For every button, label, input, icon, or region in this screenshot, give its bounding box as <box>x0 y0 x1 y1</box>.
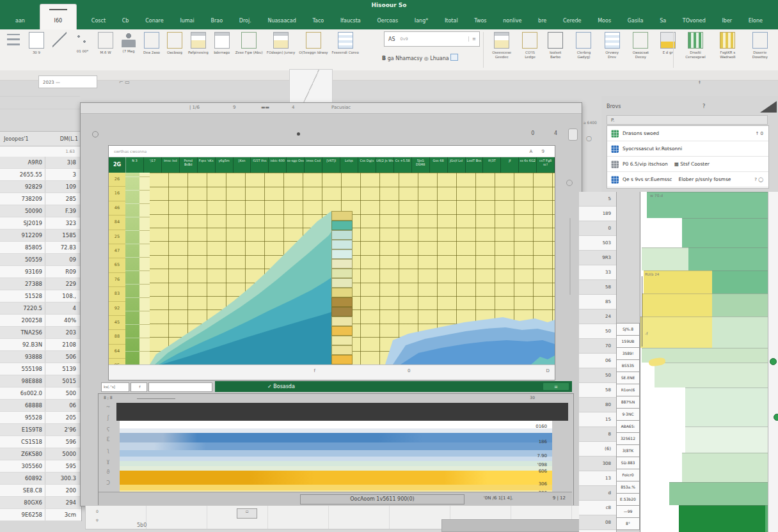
item-badges[interactable]: ? ◯ <box>754 177 768 182</box>
label-box[interactable]: E.53b20 <box>616 493 640 506</box>
row-header-cell[interactable]: 46 <box>109 201 125 215</box>
number-cell[interactable]: 503 <box>579 236 616 251</box>
toolbar-icon[interactable] <box>273 32 289 49</box>
row-header-cell[interactable]: 76 <box>109 273 125 287</box>
toolbar-icon[interactable] <box>167 32 182 49</box>
toolbar-icon[interactable] <box>720 32 735 49</box>
table-row[interactable]: 2655.55 3 <box>0 169 81 181</box>
formula-input-row[interactable]: B ga Nhamacsy ◎ Lhuana <box>382 54 458 61</box>
label-box[interactable]: 9·3NC <box>616 408 640 421</box>
table-row[interactable]: 60892 300.3 <box>0 473 81 485</box>
toolbar-icon[interactable] <box>494 32 509 49</box>
column-header-cell[interactable]: [Ksn <box>234 157 251 173</box>
sheet-title-controls[interactable]: A 9 <box>530 149 555 154</box>
ribbon-tab[interactable]: bre <box>537 13 548 29</box>
stacked-cell[interactable] <box>331 297 353 307</box>
ribbon-tab[interactable]: Iber <box>720 13 733 29</box>
window-titlebar[interactable]: 0 4 <box>81 113 582 144</box>
table-row[interactable]: 7220.5 4 <box>0 302 81 315</box>
row-header-cell[interactable]: 84 <box>109 215 125 230</box>
ribbon-tab[interactable]: Sa <box>658 13 667 29</box>
table-row[interactable]: 9E6258 3cm <box>0 509 81 521</box>
table-row[interactable]: 50090 F.39 <box>0 205 81 217</box>
toolbar-group[interactable] <box>4 31 23 47</box>
formula-input[interactable] <box>148 382 212 392</box>
table-row[interactable]: 85805 72.83 <box>0 242 81 254</box>
small-button[interactable]: ▫ <box>237 508 257 519</box>
stripe-chart-canvas[interactable] <box>120 421 552 500</box>
number-cell[interactable]: 0 <box>579 221 616 236</box>
ribbon-tab[interactable]: I60 <box>40 4 77 29</box>
table-row[interactable]: 98E888 5015 <box>0 375 81 387</box>
tool-glyph[interactable]: ʃ <box>101 415 115 426</box>
toolbar-icon[interactable] <box>241 32 257 49</box>
toolbar-icon[interactable] <box>52 32 67 47</box>
ribbon-tab[interactable]: Twos <box>473 13 488 29</box>
row-header-cell[interactable]: 65 <box>109 258 125 272</box>
toolbar-icon[interactable] <box>29 32 44 49</box>
name-box-dropdown-icon[interactable]: ≡ <box>468 36 479 42</box>
number-cell[interactable]: 06 <box>579 354 616 368</box>
toolbar-group[interactable]: Drsslti Cersosgewl <box>681 31 710 59</box>
ribbon-tab[interactable]: Itotal <box>443 13 459 29</box>
tool-glyph[interactable]: Ɛ <box>101 437 115 448</box>
toolbar-icon[interactable] <box>98 32 113 49</box>
label-box[interactable]: —99 <box>616 505 640 518</box>
label-box[interactable]: 3(8TK <box>616 444 640 457</box>
column-header-cell[interactable]: 5JsG DSM8 <box>412 157 430 173</box>
mini-toolbar-icons[interactable]: ⌐ ▭ <box>119 79 130 85</box>
scroll-gutter-dot[interactable] <box>566 180 573 186</box>
titlebar-button[interactable] <box>568 129 578 141</box>
toolbar-group[interactable]: Zese Fgw (Abu) <box>235 31 263 55</box>
number-cell[interactable]: 85 <box>579 295 616 309</box>
toolbar-icon[interactable] <box>338 32 353 49</box>
toolbar-icon[interactable] <box>7 34 20 45</box>
toolbar-icon[interactable] <box>548 32 563 49</box>
column-header-cell[interactable]: Psmd BsBd <box>180 157 198 173</box>
number-cell[interactable]: 08 <box>579 515 616 530</box>
stacked-cell[interactable] <box>331 355 353 364</box>
stacked-cell[interactable] <box>331 240 353 249</box>
column-header-cell[interactable]: ss 6s 6G2 <box>519 157 537 173</box>
toolbar-group[interactable]: 30 9 <box>27 31 46 55</box>
column-header-cell[interactable]: Fqss 'sKs <box>198 157 216 173</box>
label-box[interactable]: 887%N <box>616 396 640 409</box>
column-header-cell[interactable]: Css Dg(s <box>358 157 376 173</box>
camera-icon[interactable] <box>450 54 458 61</box>
number-cell[interactable]: 33 <box>579 265 616 280</box>
stacked-cell[interactable] <box>331 269 353 278</box>
column-header-cell[interactable]: U6(2 Js Ws <box>376 157 394 173</box>
table-row[interactable]: 305560 595 <box>0 460 81 473</box>
toolbar-group[interactable]: Feseendi Coreo <box>332 31 359 55</box>
table-row[interactable]: 555198 5139 <box>0 363 81 375</box>
label-box[interactable]: 3589! <box>616 347 640 360</box>
column-header-cell[interactable]: Gss 68 <box>430 157 448 173</box>
label-box[interactable]: SD.883 <box>616 457 640 469</box>
table-row[interactable]: 92.B3N 2108 <box>0 339 81 351</box>
stacked-cell[interactable] <box>331 259 353 269</box>
tool-glyph[interactable]: ʅ <box>101 448 115 458</box>
column-header-cell[interactable]: f15T Ifss <box>251 157 269 173</box>
table-row[interactable]: 50559 09 <box>0 254 81 266</box>
number-cell[interactable]: 50 <box>579 324 616 339</box>
toolbar-icon[interactable] <box>752 32 768 49</box>
stacked-cell[interactable] <box>331 336 353 345</box>
row-header-cell[interactable]: 26 <box>109 173 125 187</box>
ribbon-tab[interactable]: Conare <box>144 13 165 29</box>
area-chart-canvas[interactable] <box>150 173 555 364</box>
label-box[interactable]: BS535 <box>616 359 640 372</box>
label-box[interactable]: 853a.% <box>616 481 640 494</box>
table-row[interactable]: 738209 285 <box>0 193 81 205</box>
row-header-cell[interactable]: 25 <box>109 230 125 244</box>
column-header-cell[interactable]: ff(3T <box>483 157 501 173</box>
ribbon-tab[interactable]: Iumai <box>179 13 195 29</box>
toolbar-group[interactable]: FsgtKR s Wadrao8 <box>713 31 742 59</box>
list-item[interactable]: Qe s 9vs sr:Euemssc Elober p/ssnly fosms… <box>607 172 768 187</box>
stacked-cell[interactable] <box>331 278 353 288</box>
stacked-cell[interactable] <box>331 326 353 336</box>
row-header-cell[interactable]: 83 <box>109 287 125 301</box>
toolbar-group[interactable]: O(5esggn Idrasy <box>299 31 328 55</box>
ribbon-tab[interactable]: nonlive <box>502 13 523 29</box>
row-header-cell[interactable]: 64 <box>109 345 125 359</box>
label-box[interactable]: Foicr0 <box>616 469 640 481</box>
